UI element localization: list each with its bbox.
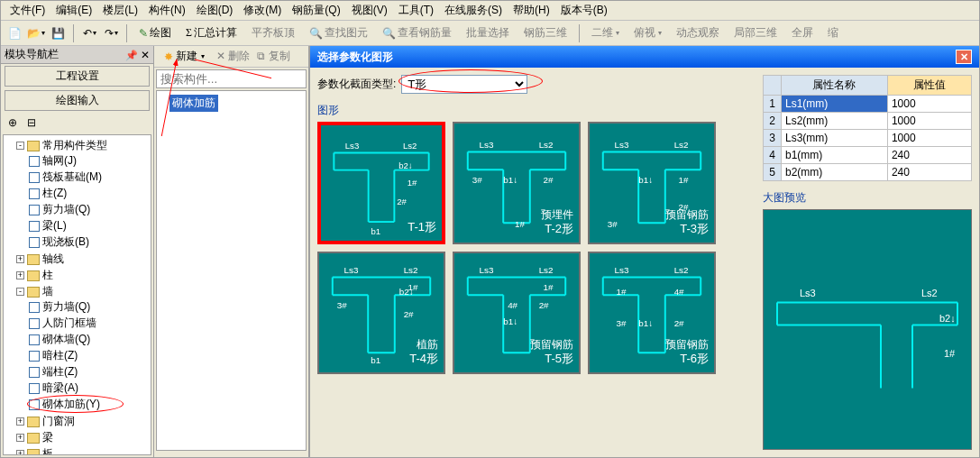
tree-cat-wall[interactable]: 墙 xyxy=(42,285,53,298)
main-toolbar: 📄 📂▾ 💾 ↶▾ ↷▾ ✎绘图 Σ 汇总计算 平齐板顶 🔍 查找图元 🔍 查看… xyxy=(1,21,979,46)
component-tree[interactable]: -常用构件类型 轴网(J) 筏板基础(M) 柱(Z) 剪力墙(Q) 梁(L) 现… xyxy=(3,134,151,455)
local3d-button[interactable]: 局部三维 xyxy=(729,23,782,43)
param-type-label: 参数化截面类型: xyxy=(317,77,396,92)
tree-cat-axis[interactable]: 轴线 xyxy=(42,252,64,265)
menu-modify[interactable]: 修改(M) xyxy=(240,1,285,20)
tree-item[interactable]: 梁(L) xyxy=(42,219,67,232)
menu-draw[interactable]: 绘图(D) xyxy=(193,1,237,20)
left-nav-panel: 模块导航栏 📌 ✕ 工程设置 绘图输入 ⊕ ⊟ -常用构件类型 轴网(J) 筏板… xyxy=(1,46,154,457)
save-icon[interactable]: 💾 xyxy=(50,25,66,41)
shape-thumb-t4[interactable]: Ls3Ls23#b2↓2#b11# 植筋 T-4形 xyxy=(317,252,445,374)
shape-thumb-t5[interactable]: Ls3Ls21#4#b1↓2# 预留钢筋 T-5形 xyxy=(453,252,581,374)
list-item-selected[interactable]: 砌体加筋 xyxy=(169,95,218,112)
tree-cat-column[interactable]: 柱 xyxy=(42,269,53,281)
draw-button[interactable]: ✎绘图 xyxy=(134,23,176,43)
collapse-all-icon[interactable]: ⊟ xyxy=(23,114,40,131)
menu-file[interactable]: 文件(F) xyxy=(6,1,49,20)
dynview-button[interactable]: 动态观察 xyxy=(672,23,724,43)
shape-thumb-t6[interactable]: Ls3Ls21#4#b1↓2#3# 预留钢筋 T-6形 xyxy=(588,252,716,374)
tree-cat-slab[interactable]: 板 xyxy=(42,447,53,455)
overlook-button[interactable]: 俯视▾ xyxy=(629,23,666,43)
folder-icon xyxy=(27,285,42,298)
shape-name: T-2形 xyxy=(545,221,573,237)
svg-text:b1↓: b1↓ xyxy=(638,175,653,185)
grid-icon xyxy=(29,156,40,167)
menu-online[interactable]: 在线服务(S) xyxy=(441,1,506,20)
shape-name: T-1形 xyxy=(408,219,436,235)
tree-item[interactable]: 人防门框墙 xyxy=(42,316,96,329)
tree-item[interactable]: 轴网(J) xyxy=(42,154,77,167)
param-shape-dialog: 选择参数化图形 ✕ 参数化截面类型: T形 图形 Ls3Ls2b2↓1#2#b1… xyxy=(309,46,979,457)
shape-thumb-t1[interactable]: Ls3Ls2b2↓1#2#b1 T-1形 xyxy=(317,122,445,244)
tree-cat-opening[interactable]: 门窗洞 xyxy=(42,415,75,427)
new-component-button[interactable]: ✸新建▾ xyxy=(160,47,209,66)
new-file-icon[interactable]: 📄 xyxy=(6,25,23,41)
doorframe-icon xyxy=(29,318,40,329)
tree-item[interactable]: 现浇板(B) xyxy=(42,235,89,248)
slabtop-button[interactable]: 平齐板顶 xyxy=(247,23,299,43)
sumcalc-button[interactable]: Σ 汇总计算 xyxy=(181,23,242,43)
menu-floor[interactable]: 楼层(L) xyxy=(99,1,142,20)
dialog-close-button[interactable]: ✕ xyxy=(956,50,972,64)
expand-all-icon[interactable]: ⊕ xyxy=(5,114,21,131)
findelem-button[interactable]: 🔍 查找图元 xyxy=(305,23,372,43)
dim2d-button[interactable]: 二维▾ xyxy=(587,23,624,43)
tree-root[interactable]: 常用构件类型 xyxy=(42,139,107,151)
component-list[interactable]: 砌体加筋 xyxy=(156,90,307,451)
rebar3d-button[interactable]: 钢筋三维 xyxy=(519,23,572,43)
undo-icon[interactable]: ↶▾ xyxy=(81,25,97,41)
findrebar-button[interactable]: 🔍 查看钢筋量 xyxy=(378,23,456,43)
tree-item[interactable]: 暗柱(Z) xyxy=(42,349,78,362)
svg-text:Ls3: Ls3 xyxy=(615,140,629,150)
left-panel-title: 模块导航栏 xyxy=(5,47,59,62)
close-panel-icon[interactable]: ✕ xyxy=(141,49,150,61)
batchsel-button[interactable]: 批量选择 xyxy=(462,23,514,43)
shape-thumb-t3[interactable]: Ls3Ls21#b1↓3#2# 预留钢筋 T-3形 xyxy=(588,122,716,244)
fullscreen-button[interactable]: 全屏 xyxy=(787,23,818,43)
param-type-row: 参数化截面类型: T形 xyxy=(317,75,754,94)
tree-item[interactable]: 端柱(Z) xyxy=(42,365,78,378)
zoom-button[interactable]: 缩 xyxy=(823,23,843,43)
svg-text:b1: b1 xyxy=(371,226,381,236)
search-input[interactable] xyxy=(156,69,307,88)
tree-item[interactable]: 筏板基础(M) xyxy=(42,170,102,183)
param-type-select[interactable]: T形 xyxy=(401,75,527,94)
tree-item[interactable]: 剪力墙(Q) xyxy=(42,203,90,215)
tree-item-masonry-reinf[interactable]: 砌体加筋(Y) xyxy=(42,398,100,410)
shape-thumb-t2[interactable]: Ls3Ls23#b1↓2#1# 预埋件 T-2形 xyxy=(453,122,581,244)
prop-header-value: 属性值 xyxy=(887,76,971,96)
table-row[interactable]: 5b2(mm)240 xyxy=(764,164,972,181)
svg-text:3#: 3# xyxy=(608,219,618,229)
svg-text:Ls3: Ls3 xyxy=(345,141,359,151)
tab-project-settings[interactable]: 工程设置 xyxy=(5,66,150,87)
tree-item[interactable]: 柱(Z) xyxy=(42,187,67,199)
tab-draw-input[interactable]: 绘图输入 xyxy=(5,90,150,111)
pin-icon[interactable]: 📌 xyxy=(125,50,138,60)
property-table[interactable]: 属性名称 属性值 1Ls1(mm)1000 2Ls2(mm)1000 3Ls3(… xyxy=(763,75,972,181)
menu-version[interactable]: 版本号(B) xyxy=(557,1,611,20)
tree-item[interactable]: 暗梁(A) xyxy=(42,381,78,394)
table-row[interactable]: 4b1(mm)240 xyxy=(764,147,972,164)
shape-name: T-6形 xyxy=(680,351,709,367)
copy-button[interactable]: ⧉ 复制 xyxy=(257,49,289,64)
svg-text:1#: 1# xyxy=(408,178,417,188)
table-row[interactable]: 3Ls3(mm)1000 xyxy=(764,130,972,147)
menu-help[interactable]: 帮助(H) xyxy=(509,1,554,20)
open-icon[interactable]: 📂▾ xyxy=(28,25,44,41)
menu-edit[interactable]: 编辑(E) xyxy=(52,1,96,20)
svg-text:2#: 2# xyxy=(539,300,549,310)
menu-component[interactable]: 构件(N) xyxy=(145,1,189,20)
menu-view[interactable]: 视图(V) xyxy=(348,1,391,20)
svg-text:Ls3: Ls3 xyxy=(615,265,629,275)
search-box[interactable] xyxy=(156,69,307,88)
table-row[interactable]: 2Ls2(mm)1000 xyxy=(764,113,972,130)
delete-button[interactable]: ✕ 删除 xyxy=(216,49,250,64)
menu-rebar-qty[interactable]: 钢筋量(Q) xyxy=(289,1,343,20)
svg-text:Ls3: Ls3 xyxy=(344,265,359,275)
tree-cat-beam[interactable]: 梁 xyxy=(42,431,53,444)
tree-item[interactable]: 剪力墙(Q) xyxy=(42,300,90,313)
redo-icon[interactable]: ↷▾ xyxy=(103,25,119,41)
tree-item[interactable]: 砌体墙(Q) xyxy=(42,333,90,345)
menu-tool[interactable]: 工具(T) xyxy=(395,1,437,20)
table-row[interactable]: 1Ls1(mm)1000 xyxy=(764,96,972,113)
